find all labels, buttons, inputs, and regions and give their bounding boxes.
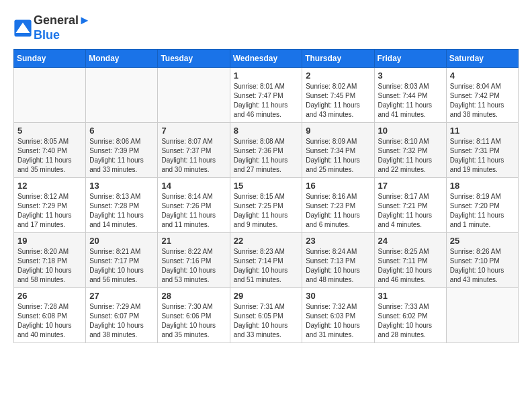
day-info: Sunrise: 8:19 AM Sunset: 7:20 PM Dayligh… [450, 192, 515, 230]
day-info: Sunrise: 8:24 AM Sunset: 7:13 PM Dayligh… [306, 247, 370, 285]
day-header-wednesday: Wednesday [230, 50, 302, 68]
day-info: Sunrise: 8:20 AM Sunset: 7:18 PM Dayligh… [17, 247, 82, 285]
day-number: 2 [306, 71, 370, 81]
day-cell-25: 25Sunrise: 8:26 AM Sunset: 7:10 PM Dayli… [446, 233, 518, 288]
week-row-4: 19Sunrise: 8:20 AM Sunset: 7:18 PM Dayli… [14, 233, 519, 288]
day-number: 23 [306, 236, 370, 246]
day-number: 11 [450, 126, 515, 136]
day-number: 12 [17, 181, 82, 191]
day-number: 15 [234, 181, 299, 191]
day-cell-5: 5Sunrise: 8:05 AM Sunset: 7:40 PM Daylig… [14, 123, 86, 178]
day-cell-26: 26Sunrise: 7:28 AM Sunset: 6:08 PM Dayli… [14, 288, 86, 343]
day-number: 4 [450, 71, 515, 81]
day-cell-7: 7Sunrise: 8:07 AM Sunset: 7:37 PM Daylig… [158, 123, 230, 178]
day-number: 22 [234, 236, 299, 246]
day-cell-28: 28Sunrise: 7:30 AM Sunset: 6:06 PM Dayli… [158, 288, 230, 343]
day-cell-15: 15Sunrise: 8:15 AM Sunset: 7:25 PM Dayli… [230, 178, 302, 233]
day-cell-12: 12Sunrise: 8:12 AM Sunset: 7:29 PM Dayli… [14, 178, 86, 233]
day-cell-8: 8Sunrise: 8:08 AM Sunset: 7:36 PM Daylig… [230, 123, 302, 178]
day-number: 26 [17, 291, 82, 301]
day-header-saturday: Saturday [446, 50, 518, 68]
day-number: 19 [17, 236, 82, 246]
day-number: 14 [161, 181, 226, 191]
page-header: General► Blue [13, 13, 519, 42]
day-info: Sunrise: 8:21 AM Sunset: 7:17 PM Dayligh… [89, 247, 154, 285]
day-cell-9: 9Sunrise: 8:09 AM Sunset: 7:34 PM Daylig… [302, 123, 374, 178]
day-info: Sunrise: 8:08 AM Sunset: 7:36 PM Dayligh… [234, 137, 299, 175]
day-cell-24: 24Sunrise: 8:25 AM Sunset: 7:11 PM Dayli… [374, 233, 446, 288]
day-info: Sunrise: 8:01 AM Sunset: 7:47 PM Dayligh… [234, 82, 299, 120]
day-cell-13: 13Sunrise: 8:13 AM Sunset: 7:28 PM Dayli… [86, 178, 158, 233]
day-header-monday: Monday [86, 50, 158, 68]
day-info: Sunrise: 8:26 AM Sunset: 7:10 PM Dayligh… [450, 247, 515, 285]
day-cell-2: 2Sunrise: 8:02 AM Sunset: 7:45 PM Daylig… [302, 68, 374, 123]
day-info: Sunrise: 8:07 AM Sunset: 7:37 PM Dayligh… [161, 137, 226, 175]
day-cell-16: 16Sunrise: 8:16 AM Sunset: 7:23 PM Dayli… [302, 178, 374, 233]
day-cell-29: 29Sunrise: 7:31 AM Sunset: 6:05 PM Dayli… [230, 288, 302, 343]
day-number: 5 [17, 126, 82, 136]
week-row-1: 1Sunrise: 8:01 AM Sunset: 7:47 PM Daylig… [14, 68, 519, 123]
day-info: Sunrise: 8:22 AM Sunset: 7:16 PM Dayligh… [161, 247, 226, 285]
logo-icon [13, 19, 32, 38]
day-info: Sunrise: 8:09 AM Sunset: 7:34 PM Dayligh… [306, 137, 370, 175]
calendar-header-row: SundayMondayTuesdayWednesdayThursdayFrid… [14, 50, 519, 68]
day-number: 21 [161, 236, 226, 246]
day-cell-30: 30Sunrise: 7:32 AM Sunset: 6:03 PM Dayli… [302, 288, 374, 343]
day-number: 10 [378, 126, 443, 136]
day-number: 3 [378, 71, 443, 81]
day-cell-18: 18Sunrise: 8:19 AM Sunset: 7:20 PM Dayli… [446, 178, 518, 233]
day-info: Sunrise: 8:23 AM Sunset: 7:14 PM Dayligh… [234, 247, 299, 285]
day-cell-11: 11Sunrise: 8:11 AM Sunset: 7:31 PM Dayli… [446, 123, 518, 178]
day-number: 13 [89, 181, 154, 191]
day-info: Sunrise: 8:12 AM Sunset: 7:29 PM Dayligh… [17, 192, 82, 230]
day-cell-22: 22Sunrise: 8:23 AM Sunset: 7:14 PM Dayli… [230, 233, 302, 288]
day-number: 27 [89, 291, 154, 301]
day-info: Sunrise: 7:29 AM Sunset: 6:07 PM Dayligh… [89, 302, 154, 340]
day-number: 17 [378, 181, 443, 191]
day-cell-1: 1Sunrise: 8:01 AM Sunset: 7:47 PM Daylig… [230, 68, 302, 123]
day-number: 9 [306, 126, 370, 136]
day-cell-10: 10Sunrise: 8:10 AM Sunset: 7:32 PM Dayli… [374, 123, 446, 178]
day-number: 6 [89, 126, 154, 136]
day-cell-19: 19Sunrise: 8:20 AM Sunset: 7:18 PM Dayli… [14, 233, 86, 288]
week-row-5: 26Sunrise: 7:28 AM Sunset: 6:08 PM Dayli… [14, 288, 519, 343]
calendar-table: SundayMondayTuesdayWednesdayThursdayFrid… [13, 49, 519, 343]
day-info: Sunrise: 8:06 AM Sunset: 7:39 PM Dayligh… [89, 137, 154, 175]
day-number: 8 [234, 126, 299, 136]
day-number: 18 [450, 181, 515, 191]
day-number: 25 [450, 236, 515, 246]
day-info: Sunrise: 7:31 AM Sunset: 6:05 PM Dayligh… [234, 302, 299, 340]
day-cell-14: 14Sunrise: 8:14 AM Sunset: 7:26 PM Dayli… [158, 178, 230, 233]
week-row-3: 12Sunrise: 8:12 AM Sunset: 7:29 PM Dayli… [14, 178, 519, 233]
day-info: Sunrise: 8:17 AM Sunset: 7:21 PM Dayligh… [378, 192, 443, 230]
day-info: Sunrise: 8:11 AM Sunset: 7:31 PM Dayligh… [450, 137, 515, 175]
day-number: 29 [234, 291, 299, 301]
day-cell-21: 21Sunrise: 8:22 AM Sunset: 7:16 PM Dayli… [158, 233, 230, 288]
day-info: Sunrise: 8:25 AM Sunset: 7:11 PM Dayligh… [378, 247, 443, 285]
day-info: Sunrise: 8:16 AM Sunset: 7:23 PM Dayligh… [306, 192, 370, 230]
day-number: 16 [306, 181, 370, 191]
day-number: 20 [89, 236, 154, 246]
logo-text: General► Blue [34, 13, 91, 42]
week-row-2: 5Sunrise: 8:05 AM Sunset: 7:40 PM Daylig… [14, 123, 519, 178]
day-info: Sunrise: 7:30 AM Sunset: 6:06 PM Dayligh… [161, 302, 226, 340]
day-cell-27: 27Sunrise: 7:29 AM Sunset: 6:07 PM Dayli… [86, 288, 158, 343]
day-info: Sunrise: 8:10 AM Sunset: 7:32 PM Dayligh… [378, 137, 443, 175]
day-number: 7 [161, 126, 226, 136]
day-info: Sunrise: 7:28 AM Sunset: 6:08 PM Dayligh… [17, 302, 82, 340]
day-cell-20: 20Sunrise: 8:21 AM Sunset: 7:17 PM Dayli… [86, 233, 158, 288]
empty-cell [86, 68, 158, 123]
day-header-friday: Friday [374, 50, 446, 68]
day-cell-3: 3Sunrise: 8:03 AM Sunset: 7:44 PM Daylig… [374, 68, 446, 123]
day-number: 1 [234, 71, 299, 81]
day-number: 31 [378, 291, 443, 301]
day-info: Sunrise: 8:02 AM Sunset: 7:45 PM Dayligh… [306, 82, 370, 120]
day-cell-17: 17Sunrise: 8:17 AM Sunset: 7:21 PM Dayli… [374, 178, 446, 233]
day-number: 28 [161, 291, 226, 301]
day-header-thursday: Thursday [302, 50, 374, 68]
day-number: 24 [378, 236, 443, 246]
empty-cell [446, 288, 518, 343]
day-cell-23: 23Sunrise: 8:24 AM Sunset: 7:13 PM Dayli… [302, 233, 374, 288]
day-info: Sunrise: 8:03 AM Sunset: 7:44 PM Dayligh… [378, 82, 443, 120]
day-header-sunday: Sunday [14, 50, 86, 68]
